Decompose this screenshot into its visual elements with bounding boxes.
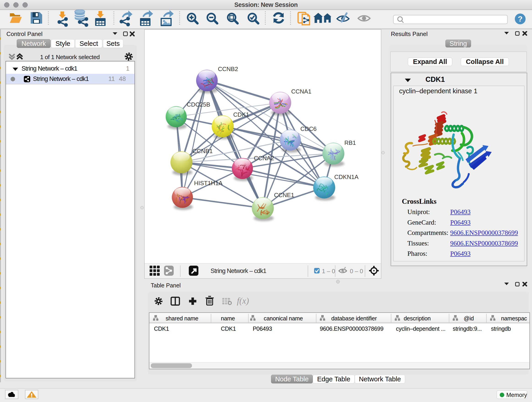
svg-text:CDC6: CDC6 xyxy=(300,125,317,132)
svg-text:CDK1: CDK1 xyxy=(233,111,249,118)
svg-text:CCNB2: CCNB2 xyxy=(218,65,238,72)
svg-text:HIST1H1A: HIST1H1A xyxy=(194,180,223,186)
svg-text:CCNB1: CCNB1 xyxy=(192,148,213,154)
svg-text:RB1: RB1 xyxy=(344,139,356,146)
svg-text:CCNA2: CCNA2 xyxy=(254,155,274,162)
svg-text:CCNE1: CCNE1 xyxy=(274,191,294,198)
svg-text:CDC25B: CDC25B xyxy=(187,101,210,108)
svg-text:CCNA1: CCNA1 xyxy=(291,88,311,95)
svg-text:CDKN1A: CDKN1A xyxy=(334,173,359,180)
